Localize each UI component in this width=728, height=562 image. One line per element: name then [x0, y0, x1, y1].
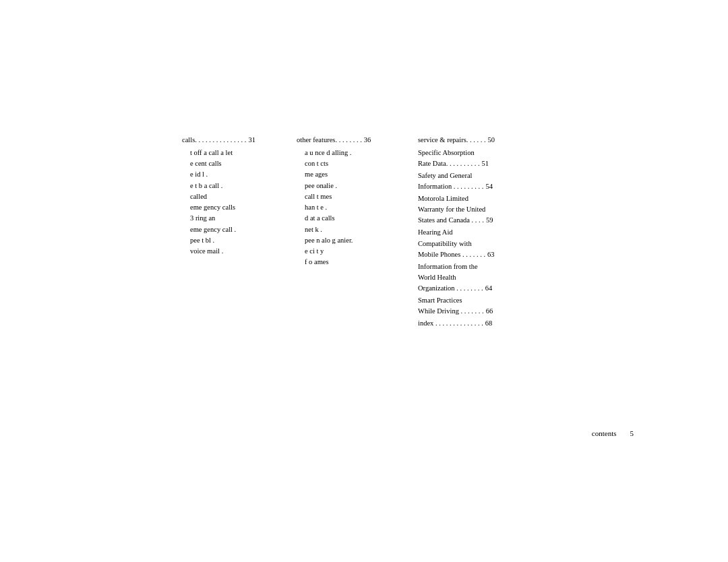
col3-title: service & repairs: [418, 135, 466, 146]
col1-item-4: e t b a call .: [182, 181, 293, 191]
safety-line2: Information . . . . . . . . . 54: [418, 181, 543, 193]
column-calls: calls . . . . . . . . . . . . . . . 31 t…: [182, 135, 293, 330]
warranty-line1: Motorola Limited: [418, 193, 543, 204]
section-who: Information from the World Health Organi…: [418, 261, 543, 294]
col2-item-8: net k .: [297, 224, 415, 235]
col1-item-2: e cent calls: [182, 158, 293, 169]
col1-item-6: eme gency calls: [182, 202, 293, 213]
col1-num: 31: [248, 135, 255, 146]
section-driving: Smart Practices While Driving . . . . . …: [418, 295, 543, 317]
section-index: index . . . . . . . . . . . . . . 68: [418, 318, 543, 330]
who-line1: Information from the: [418, 261, 543, 272]
col2-item-4: pee onalie .: [297, 181, 415, 191]
who-line2: World Health: [418, 272, 543, 283]
col2-item-1: a u nce d alling .: [297, 148, 415, 158]
section-warranty: Motorola Limited Warranty for the United…: [418, 193, 543, 226]
section-hearing: Hearing Aid Compatibility with Mobile Ph…: [418, 227, 543, 260]
sar-line1: Specific Absorption: [418, 148, 543, 158]
section-sar: Specific Absorption Rate Data. . . . . .…: [418, 148, 543, 170]
col1-item-1: t off a call a let: [182, 148, 293, 158]
col1-title: calls: [182, 135, 195, 146]
col2-item-7: d at a calls: [297, 213, 415, 224]
driving-line1: Smart Practices: [418, 295, 543, 306]
col2-item-9: pee n alo g anier.: [297, 235, 415, 246]
page: calls . . . . . . . . . . . . . . . 31 t…: [0, 0, 728, 562]
col1-item-3: e id l .: [182, 169, 293, 180]
content-area: calls . . . . . . . . . . . . . . . 31 t…: [182, 135, 559, 330]
warranty-line3: States and Canada . . . . 59: [418, 215, 543, 226]
col2-dots: . . . . . . . .: [335, 135, 361, 146]
col1-item-10: voice mail .: [182, 246, 293, 257]
hearing-line2: Compatibility with: [418, 239, 543, 249]
who-line3: Organization . . . . . . . . 64: [418, 283, 543, 294]
index-line: index . . . . . . . . . . . . . . 68: [418, 318, 543, 330]
col1-item-7: 3 ring an: [182, 213, 293, 224]
safety-line1: Safety and General: [418, 170, 543, 181]
sar-line2: Rate Data. . . . . . . . . . 51: [418, 158, 543, 170]
col3-num: 50: [488, 135, 495, 146]
hearing-line3: Mobile Phones . . . . . . . 63: [418, 249, 543, 261]
section-safety: Safety and General Information . . . . .…: [418, 170, 543, 193]
col2-item-2: con t cts: [297, 158, 415, 169]
col1-item-8: eme gency call .: [182, 224, 293, 235]
col2-header: other features . . . . . . . . 36: [297, 135, 415, 146]
col1-item-5: called: [182, 191, 293, 202]
hearing-line1: Hearing Aid: [418, 227, 543, 238]
footer-label: contents: [592, 429, 617, 437]
footer: contents 5: [592, 429, 634, 437]
col2-title: other features: [297, 135, 335, 146]
column-other-features: other features . . . . . . . . 36 a u nc…: [297, 135, 415, 330]
col3-header: service & repairs . . . . . . 50: [418, 135, 543, 146]
col2-item-5: call t mes: [297, 191, 415, 202]
col3-dots: . . . . . .: [466, 135, 486, 146]
column-service: service & repairs . . . . . . 50 Specifi…: [418, 135, 543, 330]
col2-item-10: e ci t y: [297, 246, 415, 257]
warranty-line2: Warranty for the United: [418, 204, 543, 215]
col2-num: 36: [364, 135, 371, 146]
col1-dots: . . . . . . . . . . . . . . .: [195, 135, 246, 146]
col2-item-11: f o ames: [297, 257, 415, 268]
col1-header: calls . . . . . . . . . . . . . . . 31: [182, 135, 293, 146]
driving-line2: While Driving . . . . . . . 66: [418, 306, 543, 317]
col2-item-6: han t e .: [297, 202, 415, 213]
col1-item-9: pee t bl .: [182, 235, 293, 246]
col2-item-3: me ages: [297, 169, 415, 180]
footer-page: 5: [630, 429, 634, 437]
